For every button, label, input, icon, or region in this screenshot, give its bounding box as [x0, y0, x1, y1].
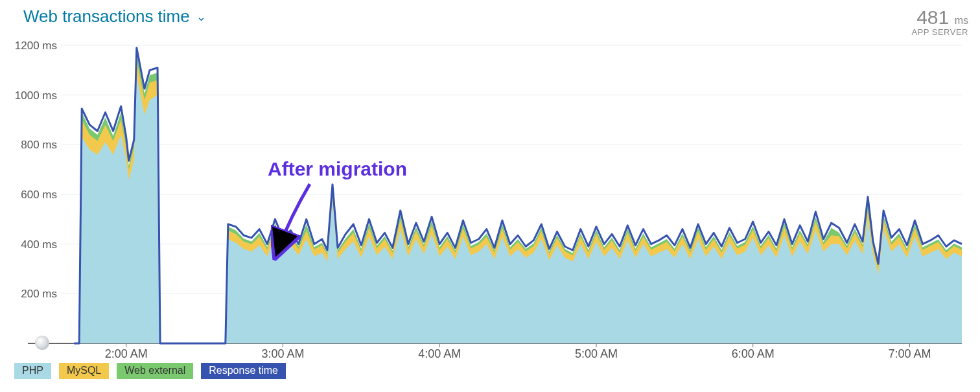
stat-sub: APP SERVER — [911, 27, 968, 37]
svg-text:7:00 AM: 7:00 AM — [888, 347, 931, 360]
svg-text:1000 ms: 1000 ms — [15, 89, 57, 102]
legend-response-time[interactable]: Response time — [201, 363, 286, 379]
chart-title: Web transactions time — [23, 6, 190, 27]
chevron-down-icon: ⌄ — [196, 10, 206, 24]
series-php — [74, 75, 962, 343]
legend-webext[interactable]: Web external — [117, 363, 193, 379]
svg-text:800 ms: 800 ms — [21, 139, 57, 151]
svg-text:6:00 AM: 6:00 AM — [732, 347, 775, 360]
legend-mysql[interactable]: MySQL — [59, 363, 109, 379]
svg-text:200 ms: 200 ms — [21, 288, 57, 300]
legend: PHP MySQL Web external Response time — [12, 363, 968, 379]
svg-text:5:00 AM: 5:00 AM — [575, 347, 618, 360]
chart-plot[interactable]: 200 ms400 ms600 ms800 ms1000 ms1200 ms2:… — [12, 38, 968, 362]
svg-text:400 ms: 400 ms — [21, 238, 57, 251]
time-picker-handle[interactable] — [35, 336, 49, 350]
svg-text:1200 ms: 1200 ms — [15, 40, 57, 52]
svg-text:2:00 AM: 2:00 AM — [105, 347, 148, 360]
summary-stat: 481 ms APP SERVER — [911, 6, 968, 37]
svg-text:600 ms: 600 ms — [21, 189, 57, 201]
chart-title-dropdown[interactable]: Web transactions time ⌄ — [23, 6, 206, 27]
stat-value: 481 — [916, 6, 949, 29]
stat-unit: ms — [955, 15, 968, 26]
legend-php[interactable]: PHP — [14, 363, 51, 379]
svg-text:3:00 AM: 3:00 AM — [261, 347, 304, 360]
svg-text:4:00 AM: 4:00 AM — [418, 347, 461, 360]
